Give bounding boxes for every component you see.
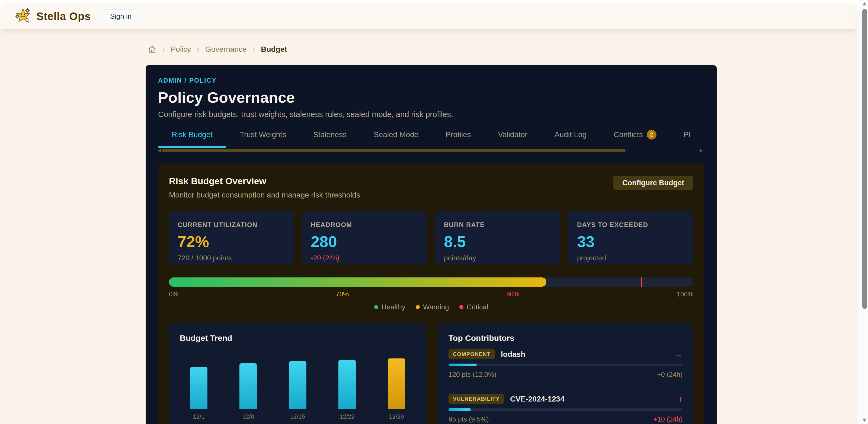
tab-staleness[interactable]: Staleness [300,130,360,148]
contributor-delta: +10 (24h) [653,415,683,423]
tab-label: Trust Weights [240,130,286,139]
breadcrumb-policy[interactable]: Policy [171,45,191,54]
stat-label: DAYS TO EXCEEDED [577,221,685,229]
status-legend: HealthyWarningCritical [169,303,693,311]
risk-budget-overview-card: Risk Budget Overview Monitor budget cons… [158,164,704,424]
page-scrollbar-thumb[interactable] [862,9,867,309]
x-tick-label: 12/8 [240,413,257,420]
trend-up-icon: ↑ [678,394,683,404]
policy-governance-panel: ADMIN / POLICY Policy Governance Configu… [146,65,717,424]
trend-right-icon: → [674,350,683,359]
budget-trend-title: Budget Trend [180,333,415,343]
contributor-row-cve-2024-1234: VULNERABILITYCVE-2024-1234↑95 pts (9.5%)… [448,394,683,423]
budget-trend-chart [180,349,415,410]
breadcrumb-current: Budget [261,45,287,54]
contributor-points: 120 pts (12.0%) [448,371,496,379]
tab-label: Pl [684,130,690,139]
stat-label: CURRENT UTILIZATION [178,221,285,229]
page-subtitle: Configure risk budgets, trust weights, s… [158,110,704,119]
app-header: Stella Ops Sign in [2,3,856,29]
tab-label: Audit Log [555,130,587,139]
x-tick-label: 12/29 [388,413,405,420]
tab-validator[interactable]: Validator [485,130,541,148]
stat-card-headroom: HEADROOM280-20 (24h) [302,211,427,264]
tab-risk-budget[interactable]: Risk Budget [158,130,226,148]
x-tick-label: 12/1 [190,413,208,420]
page-scrollbar[interactable] [858,0,868,424]
critical-threshold-tick [641,278,642,287]
contributor-progress [448,364,683,366]
contributor-progress-fill [448,364,477,366]
contributor-name: CVE-2024-1234 [510,395,564,403]
contributor-delta: +0 (24h) [657,371,683,379]
trend-bar-12-22 [338,360,356,410]
contributor-meta: 95 pts (9.5%)+10 (24h) [448,415,683,423]
tabs-scroll-right-icon[interactable] [700,149,703,153]
breadcrumb-governance[interactable]: Governance [205,45,247,54]
page-title: Policy Governance [158,89,704,106]
bar [338,360,356,410]
contributor-progress-fill [448,408,471,411]
legend-label: Warning [423,303,449,311]
legend-label: Critical [467,303,488,311]
stat-subtext: 720 / 1000 points [178,254,285,262]
contributor-rows: COMPONENTlodash→120 pts (12.0%)+0 (24h)V… [448,349,683,424]
stat-card-current-utilization: CURRENT UTILIZATION72%720 / 1000 points [169,211,294,264]
stat-label: BURN RATE [444,221,552,229]
tab-trust-weights[interactable]: Trust Weights [226,130,300,148]
overview-subtitle: Monitor budget consumption and manage ri… [169,191,362,199]
top-contributors-title: Top Contributors [448,333,683,343]
stat-subtext: -20 (24h) [311,254,418,262]
admin-policy-eyebrow: ADMIN / POLICY [158,77,704,84]
tab-sealed-mode[interactable]: Sealed Mode [360,130,432,148]
utilization-fill [169,278,547,287]
overview-title: Risk Budget Overview [169,176,362,186]
healthy-dot-icon [374,305,378,309]
contributor-name: lodash [501,350,525,359]
critical-dot-icon [459,305,463,309]
stat-value: 280 [311,232,418,251]
top-contributors-panel: Top Contributors COMPONENTlodash→120 pts… [438,323,693,424]
trend-bar-12-29 [388,358,405,410]
stat-value: 8.5 [444,232,552,251]
breadcrumb-separator: › [162,45,165,54]
tab-conflicts[interactable]: Conflicts2 [600,130,670,148]
bar [190,367,208,410]
tabs-scroll-left-icon[interactable] [158,149,161,153]
tab-bar: Risk BudgetTrust WeightsStalenessSealed … [158,130,704,148]
stat-card-burn-rate: BURN RATE8.5points/day [435,211,560,264]
sign-in-button[interactable]: Sign in [102,9,140,23]
tab-label: Risk Budget [172,130,213,139]
brand-name: Stella Ops [36,10,91,23]
x-tick-label: 12/22 [338,413,356,420]
budget-trend-panel: Budget Trend 12/112/812/1512/2212/29 [169,323,426,424]
breadcrumb-separator: › [253,45,255,54]
tab-pl[interactable]: Pl [670,130,704,148]
contributor-type-badge: VULNERABILITY [448,394,504,404]
tab-label: Staleness [313,130,346,139]
home-icon[interactable] [148,45,156,54]
contributor-row-lodash: COMPONENTlodash→120 pts (12.0%)+0 (24h) [448,349,683,379]
tab-profiles[interactable]: Profiles [432,130,484,148]
utilization-bar [169,278,693,287]
tabs-scrollbar[interactable] [158,149,704,152]
tabs-scrollbar-thumb[interactable] [162,149,626,152]
tabs-divider [158,153,704,153]
stat-card-days-to-exceeded: DAYS TO EXCEEDED33projected [568,211,693,264]
warning-dot-icon [416,305,420,309]
tab-label: Profiles [445,130,471,139]
bar [388,358,405,410]
legend-warning: Warning [416,303,449,311]
configure-budget-button[interactable]: Configure Budget [613,176,693,190]
tab-label: Conflicts [614,130,643,139]
contributor-meta: 120 pts (12.0%)+0 (24h) [448,371,683,379]
stat-value: 72% [178,232,285,251]
threshold-label-100: 100% [677,290,693,298]
contributor-header: VULNERABILITYCVE-2024-1234↑ [448,394,683,404]
tab-label: Sealed Mode [374,130,418,139]
threshold-label-0: 0% [169,290,179,298]
breadcrumb-separator: › [197,45,199,54]
tab-audit-log[interactable]: Audit Log [541,130,600,148]
scroll-up-icon[interactable] [862,2,867,5]
scroll-down-icon[interactable] [862,419,867,422]
